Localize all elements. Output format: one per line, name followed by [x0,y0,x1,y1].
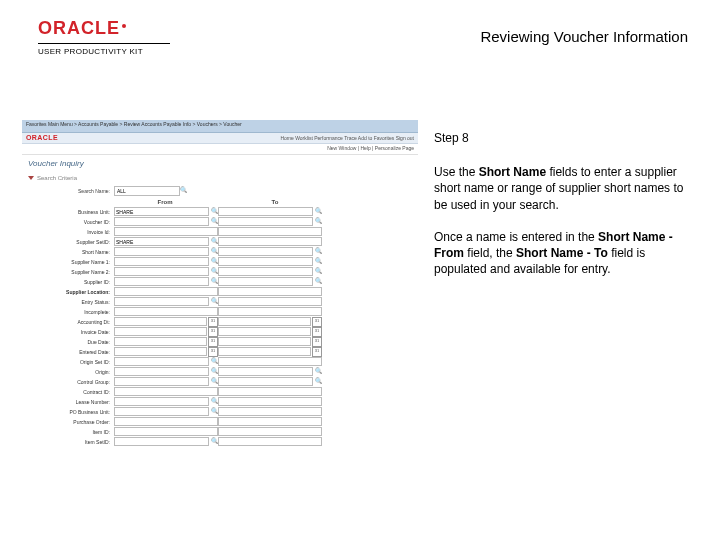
lookup-icon[interactable]: 🔍 [314,248,322,256]
field-input-to[interactable] [218,377,313,386]
field-input-to[interactable] [218,207,313,216]
lookup-icon[interactable]: 🔍 [210,358,218,366]
field-input-from[interactable] [114,417,218,426]
field-input-from[interactable] [114,307,218,316]
field-input-from[interactable] [114,367,209,376]
lookup-icon[interactable]: 🔍 [210,438,218,446]
field-input-from[interactable] [114,387,218,396]
field-input-from[interactable] [114,237,209,246]
field-input-to[interactable] [218,257,313,266]
lookup-icon[interactable]: 🔍 [314,268,322,276]
calendar-icon[interactable]: 31 [208,337,218,347]
calendar-icon[interactable]: 31 [312,347,322,357]
field-input-from[interactable] [114,357,209,366]
search-name-input[interactable] [114,186,180,196]
field-input-from[interactable] [114,377,209,386]
form-row: Due Date:3131 [32,337,408,347]
field-label: Invoice Date: [32,329,114,335]
field-input-to[interactable] [218,247,313,256]
field-input-from[interactable] [114,277,209,286]
lookup-icon[interactable]: 🔍 [210,408,218,416]
field-label: Supplier Name 1: [32,259,114,265]
app-header-bar: ORACLE Home Worklist Performance Trace A… [22,133,418,144]
field-input-to[interactable] [218,287,322,296]
lookup-icon[interactable]: 🔍 [314,218,322,226]
lookup-icon[interactable]: 🔍 [210,368,218,376]
field-label: Due Date: [32,339,114,345]
lookup-icon[interactable]: 🔍 [210,208,218,216]
logo-divider [38,43,170,44]
lookup-icon[interactable]: 🔍 [314,258,322,266]
field-input-from[interactable] [114,427,218,436]
field-input-from[interactable] [114,337,207,346]
field-input-from[interactable] [114,407,209,416]
field-input-to[interactable] [218,217,313,226]
lookup-icon[interactable]: 🔍 [314,278,322,286]
field-input-to[interactable] [218,277,313,286]
form-row: Voucher ID:🔍🔍 [32,217,408,227]
field-input-to[interactable] [218,307,322,316]
form-row: Lease Number:🔍 [32,397,408,407]
lookup-icon[interactable]: 🔍 [210,268,218,276]
form-row: Item ID: [32,427,408,437]
field-input-to[interactable] [218,327,311,336]
field-input-to[interactable] [218,387,322,396]
form-row: Supplier Name 2:🔍🔍 [32,267,408,277]
field-input-from[interactable] [114,217,209,226]
calendar-icon[interactable]: 31 [208,347,218,357]
field-input-to[interactable] [218,337,311,346]
field-input-from[interactable] [114,317,207,326]
field-input-to[interactable] [218,397,322,406]
lookup-icon[interactable]: 🔍 [210,378,218,386]
field-input-from[interactable] [114,347,207,356]
lookup-icon[interactable]: 🔍 [314,368,322,376]
logo-tagline: USER PRODUCTIVITY KIT [38,47,170,56]
field-input-to[interactable] [218,237,322,246]
field-input-from[interactable] [114,287,218,296]
field-label: Origin Set ID: [32,359,114,365]
field-input-from[interactable] [114,437,209,446]
form-row: Contract ID: [32,387,408,397]
field-input-to[interactable] [218,427,322,436]
field-input-to[interactable] [218,227,322,236]
field-input-from[interactable] [114,297,209,306]
lookup-icon[interactable]: 🔍 [210,248,218,256]
field-input-from[interactable] [114,227,218,236]
calendar-icon[interactable]: 31 [208,317,218,327]
field-input-from[interactable] [114,327,207,336]
field-input-to[interactable] [218,437,322,446]
app-logo: ORACLE [26,134,58,142]
field-label: Item SetID: [32,439,114,445]
field-input-to[interactable] [218,297,322,306]
lookup-icon[interactable]: 🔍 [210,218,218,226]
form-row: Supplier Name 1:🔍🔍 [32,257,408,267]
lookup-icon[interactable]: 🔍 [314,378,322,386]
calendar-icon[interactable]: 31 [312,327,322,337]
field-input-to[interactable] [218,317,311,326]
calendar-icon[interactable]: 31 [312,317,322,327]
field-input-to[interactable] [218,407,322,416]
lookup-icon[interactable]: 🔍 [210,258,218,266]
page-title: Reviewing Voucher Information [480,28,688,45]
lookup-icon[interactable]: 🔍 [180,187,187,194]
lookup-icon[interactable]: 🔍 [210,238,218,246]
lookup-icon[interactable]: 🔍 [314,208,322,216]
field-input-from[interactable] [114,207,209,216]
field-input-from[interactable] [114,257,209,266]
field-input-to[interactable] [218,417,322,426]
field-input-to[interactable] [218,267,313,276]
field-label: Incomplete: [32,309,114,315]
field-input-to[interactable] [218,357,322,366]
field-input-to[interactable] [218,367,313,376]
field-input-to[interactable] [218,347,311,356]
calendar-icon[interactable]: 31 [208,327,218,337]
lookup-icon[interactable]: 🔍 [210,298,218,306]
instruction-p2: Once a name is entered in the Short Name… [434,229,688,278]
field-input-from[interactable] [114,397,209,406]
lookup-icon[interactable]: 🔍 [210,278,218,286]
form-row: Origin Set ID:🔍 [32,357,408,367]
lookup-icon[interactable]: 🔍 [210,398,218,406]
calendar-icon[interactable]: 31 [312,337,322,347]
field-input-from[interactable] [114,247,209,256]
field-input-from[interactable] [114,267,209,276]
